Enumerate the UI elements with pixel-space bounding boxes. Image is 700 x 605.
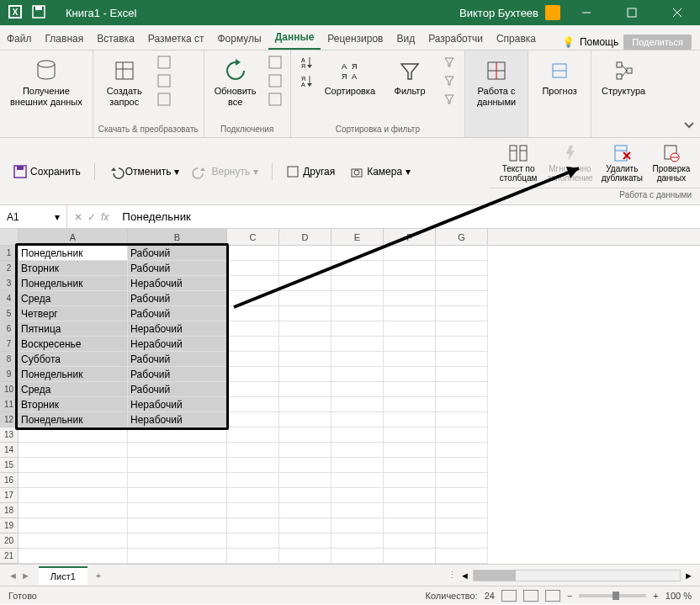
cell-A7[interactable]: Воскресенье bbox=[19, 337, 128, 352]
cell-A3[interactable]: Понедельник bbox=[19, 276, 128, 291]
save-icon[interactable] bbox=[32, 5, 45, 21]
share-button[interactable]: Поделиться bbox=[623, 34, 692, 50]
cell-F4[interactable] bbox=[384, 291, 436, 306]
cell-G17[interactable] bbox=[436, 488, 488, 503]
row-header-17[interactable]: 17 bbox=[0, 488, 19, 503]
cell-F13[interactable] bbox=[384, 427, 436, 443]
cell-E12[interactable] bbox=[331, 412, 384, 427]
cell-E21[interactable] bbox=[331, 549, 384, 564]
cell-A13[interactable] bbox=[19, 427, 128, 443]
cell-E15[interactable] bbox=[331, 458, 384, 473]
cell-F8[interactable] bbox=[384, 352, 436, 367]
cell-G5[interactable] bbox=[436, 306, 488, 321]
row-header-9[interactable]: 9 bbox=[0, 367, 19, 382]
user-name[interactable]: Виктор Бухтеев bbox=[459, 7, 538, 19]
cell-D14[interactable] bbox=[279, 443, 331, 458]
cell-G7[interactable] bbox=[436, 337, 488, 352]
conn-btn-3[interactable] bbox=[265, 91, 285, 108]
cell-E17[interactable] bbox=[331, 488, 384, 503]
cell-D11[interactable] bbox=[279, 397, 331, 412]
sheet-tab[interactable]: Лист1 bbox=[39, 566, 88, 585]
avatar[interactable] bbox=[545, 5, 560, 20]
cell-A2[interactable]: Вторник bbox=[19, 261, 128, 276]
cell-G21[interactable] bbox=[436, 549, 488, 564]
cell-D12[interactable] bbox=[279, 412, 331, 427]
scroll-left-icon[interactable]: ◄ bbox=[460, 571, 469, 581]
row-header-18[interactable]: 18 bbox=[0, 503, 19, 518]
tab-insert[interactable]: Вставка bbox=[90, 28, 141, 50]
cell-B14[interactable] bbox=[128, 443, 227, 458]
cell-B5[interactable]: Рабочий bbox=[128, 306, 227, 321]
cell-G2[interactable] bbox=[436, 261, 488, 276]
cell-E4[interactable] bbox=[331, 291, 384, 306]
sort-button[interactable]: АЯЯА Сортировка bbox=[320, 54, 380, 100]
cell-D10[interactable] bbox=[279, 382, 331, 397]
data-validation-button[interactable]: Проверка данных bbox=[648, 141, 695, 184]
zoom-slider[interactable] bbox=[579, 594, 646, 597]
small-btn-3[interactable] bbox=[154, 91, 174, 108]
cell-G19[interactable] bbox=[436, 518, 488, 533]
cell-E11[interactable] bbox=[331, 397, 384, 412]
tab-help[interactable]: Справка bbox=[490, 28, 543, 50]
cell-D8[interactable] bbox=[279, 352, 331, 367]
cell-G9[interactable] bbox=[436, 367, 488, 382]
cell-B9[interactable]: Рабочий bbox=[128, 367, 227, 382]
cell-E19[interactable] bbox=[331, 518, 384, 533]
cell-B6[interactable]: Нерабочий bbox=[128, 321, 227, 337]
cell-A4[interactable]: Среда bbox=[19, 291, 128, 306]
cell-D9[interactable] bbox=[279, 367, 331, 382]
col-header-F[interactable]: F bbox=[384, 229, 436, 245]
cell-F14[interactable] bbox=[384, 443, 436, 458]
cell-G8[interactable] bbox=[436, 352, 488, 367]
col-header-B[interactable]: B bbox=[128, 229, 227, 245]
close-button[interactable] bbox=[658, 0, 697, 25]
cancel-formula-icon[interactable]: ✕ bbox=[74, 211, 82, 223]
cell-B21[interactable] bbox=[128, 549, 227, 564]
formula-input[interactable] bbox=[115, 205, 700, 228]
maximize-button[interactable] bbox=[612, 0, 651, 25]
cell-A21[interactable] bbox=[19, 549, 128, 564]
sheet-prev-icon[interactable]: ◄ bbox=[8, 571, 18, 581]
view-normal[interactable] bbox=[501, 590, 517, 602]
cell-A10[interactable]: Среда bbox=[19, 382, 128, 397]
cell-B10[interactable]: Рабочий bbox=[128, 382, 227, 397]
cell-D5[interactable] bbox=[279, 306, 331, 321]
cell-A9[interactable]: Понедельник bbox=[19, 367, 128, 382]
cell-C4[interactable] bbox=[227, 291, 279, 306]
cell-D1[interactable] bbox=[279, 246, 331, 261]
small-btn-2[interactable] bbox=[154, 72, 174, 89]
cell-G12[interactable] bbox=[436, 412, 488, 427]
cell-E13[interactable] bbox=[331, 427, 384, 443]
row-header-20[interactable]: 20 bbox=[0, 533, 19, 549]
horizontal-scrollbar[interactable] bbox=[473, 570, 681, 581]
cell-F2[interactable] bbox=[384, 261, 436, 276]
cell-E5[interactable] bbox=[331, 306, 384, 321]
cell-A8[interactable]: Суббота bbox=[19, 352, 128, 367]
tab-review[interactable]: Рецензиров bbox=[321, 28, 390, 50]
sheet-next-icon[interactable]: ► bbox=[21, 571, 30, 581]
cell-C19[interactable] bbox=[227, 518, 279, 533]
cell-C15[interactable] bbox=[227, 458, 279, 473]
other-button[interactable]: Другая bbox=[281, 162, 340, 181]
cell-A14[interactable] bbox=[19, 443, 128, 458]
cell-G15[interactable] bbox=[436, 458, 488, 473]
cell-G13[interactable] bbox=[436, 427, 488, 443]
row-header-8[interactable]: 8 bbox=[0, 352, 19, 367]
filter-button[interactable]: Фильтр bbox=[384, 54, 436, 100]
cell-B11[interactable]: Нерабочий bbox=[128, 397, 227, 412]
cell-A18[interactable] bbox=[19, 503, 128, 518]
cell-E2[interactable] bbox=[331, 261, 384, 276]
data-tools-button[interactable]: Работа с данными bbox=[470, 54, 522, 111]
row-header-7[interactable]: 7 bbox=[0, 337, 19, 352]
col-header-A[interactable]: A bbox=[19, 229, 128, 245]
cell-D4[interactable] bbox=[279, 291, 331, 306]
tab-home[interactable]: Главная bbox=[39, 28, 91, 50]
cell-C10[interactable] bbox=[227, 382, 279, 397]
tab-developer[interactable]: Разработчи bbox=[422, 28, 490, 50]
cell-B18[interactable] bbox=[128, 503, 227, 518]
flash-fill-button[interactable]: Мгновенно заполнение bbox=[544, 141, 597, 184]
save-button[interactable]: Сохранить bbox=[8, 162, 86, 181]
cell-F21[interactable] bbox=[384, 549, 436, 564]
row-header-14[interactable]: 14 bbox=[0, 443, 19, 458]
cell-G14[interactable] bbox=[436, 443, 488, 458]
